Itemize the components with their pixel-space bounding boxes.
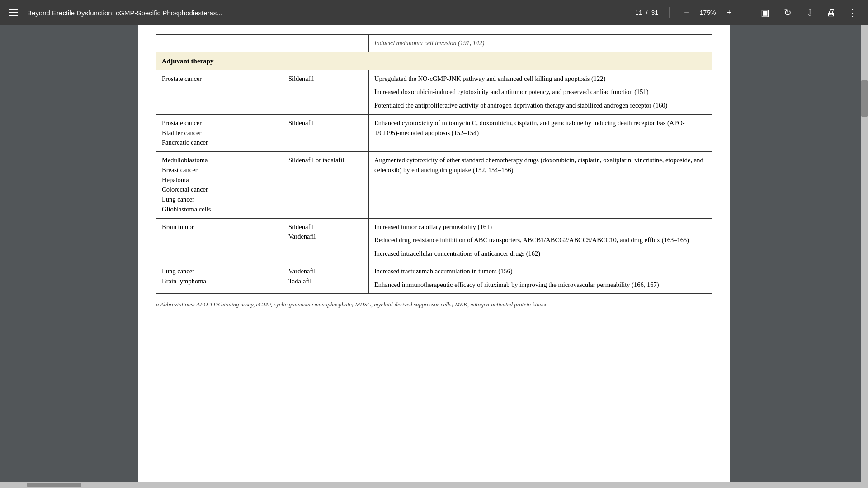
top-partial-drug (283, 35, 369, 52)
cancer-name: Prostate cancer (162, 118, 277, 128)
pdf-page[interactable]: Induced melanoma cell invasion (191, 142… (138, 25, 730, 482)
drug-cell-3: Sildenafil or tadalafil (283, 152, 369, 219)
vertical-scrollbar[interactable] (861, 25, 868, 482)
divider-2 (746, 7, 746, 18)
drug-name: Tadalafil (288, 277, 363, 286)
effect-text: Increased intracellular concentrations o… (374, 249, 706, 259)
cancer-name: Brain tumor (162, 223, 193, 230)
download-button[interactable]: ⇩ (802, 5, 817, 20)
page-navigation: 11 / 31 (635, 9, 658, 16)
drug-name: Sildenafil (288, 222, 363, 232)
effect-cell-5: Increased trastuzumab accumulation in tu… (369, 263, 712, 294)
drug-name: Vardenafil (288, 232, 363, 242)
section-header-cell: Adjuvant therapy (156, 52, 712, 70)
zoom-level-display: 175% (700, 9, 716, 16)
zoom-in-button[interactable]: + (723, 6, 735, 19)
fit-page-button[interactable]: ▣ (757, 5, 773, 20)
cancer-name: Colorectal cancer (162, 185, 277, 195)
print-button[interactable]: 🖨 (823, 6, 839, 20)
drug-cell-5: Vardenafil Tadalafil (283, 263, 369, 294)
table-row: Medulloblastoma Breast cancer Hepatoma C… (156, 152, 712, 219)
drug-cell-4: Sildenafil Vardenafil (283, 218, 369, 263)
effect-cell-1: Upregulated the NO-cGMP-JNK pathway and … (369, 70, 712, 114)
top-partial-cancer (156, 35, 283, 52)
cancer-cell-2: Prostate cancer Bladder cancer Pancreati… (156, 114, 283, 151)
effect-text: Enhanced cytotoxicity of mitomycin C, do… (374, 118, 706, 138)
viewer-area: Induced melanoma cell invasion (191, 142… (0, 25, 868, 482)
footnote-partial: a Abbreviations: APO-1TB binding assay, … (156, 301, 712, 314)
scrollbar-thumb[interactable] (861, 80, 868, 117)
effect-text: Increased tumor capillary permeability (… (374, 222, 706, 232)
table-row: Prostate cancer Sildenafil Upregulated t… (156, 70, 712, 114)
effect-text: Enhanced immunotherapeutic efficacy of r… (374, 280, 706, 290)
adjuvant-therapy-table: Adjuvant therapy Prostate cancer Sildena… (156, 52, 712, 294)
horizontal-scrollbar[interactable] (0, 482, 868, 488)
effect-text: Increased trastuzumab accumulation in tu… (374, 267, 706, 277)
table-row: Brain tumor Sildenafil Vardenafil Increa… (156, 218, 712, 263)
top-partial-effect: Induced melanoma cell invasion (191, 142… (369, 35, 712, 52)
effect-text: Augmented cytotoxicity of other standard… (374, 155, 706, 175)
menu-icon[interactable] (7, 8, 20, 18)
drug-name: Vardenafil (288, 267, 363, 277)
cancer-name: Lung cancer (162, 267, 277, 277)
effect-text: Potentiated the antiproliferative activi… (374, 101, 706, 111)
cancer-name: Breast cancer (162, 165, 277, 175)
section-header-row: Adjuvant therapy (156, 52, 712, 70)
top-partial-row: Induced melanoma cell invasion (191, 142… (156, 35, 712, 52)
page-total: 31 (651, 9, 659, 16)
effect-text: Reduced drug resistance inhibition of AB… (374, 235, 706, 245)
cancer-name: Lung cancer (162, 195, 277, 205)
more-options-button[interactable]: ⋮ (844, 5, 861, 20)
document-title: Beyond Erectile Dysfunction: cGMP-Specif… (27, 9, 628, 17)
table-row: Prostate cancer Bladder cancer Pancreati… (156, 114, 712, 151)
page-current: 11 (635, 9, 642, 16)
cancer-name: Brain lymphoma (162, 277, 277, 286)
effect-cell-4: Increased tumor capillary permeability (… (369, 218, 712, 263)
cancer-name: Medulloblastoma (162, 155, 277, 165)
drug-cell-2: Sildenafil (283, 114, 369, 151)
effect-text: Upregulated the NO-cGMP-JNK pathway and … (374, 74, 706, 84)
cancer-cell-5: Lung cancer Brain lymphoma (156, 263, 283, 294)
drug-name: Sildenafil (288, 75, 314, 82)
cancer-name: Glioblastoma cells (162, 205, 277, 215)
effect-text: Increased doxorubicin-induced cytotoxici… (374, 87, 706, 97)
page-separator: / (646, 9, 648, 16)
effect-cell-3: Augmented cytotoxicity of other standard… (369, 152, 712, 219)
cancer-name: Bladder cancer (162, 128, 277, 138)
rotate-button[interactable]: ↻ (780, 5, 795, 20)
effect-cell-2: Enhanced cytotoxicity of mitomycin C, do… (369, 114, 712, 151)
drug-cell-1: Sildenafil (283, 70, 369, 114)
zoom-out-button[interactable]: − (680, 6, 693, 19)
drug-name: Sildenafil (288, 119, 314, 127)
cancer-name: Hepatoma (162, 175, 277, 185)
cancer-cell-4: Brain tumor (156, 218, 283, 263)
cancer-cell-1: Prostate cancer (156, 70, 283, 114)
cancer-name: Pancreatic cancer (162, 138, 277, 148)
cancer-name: Prostate cancer (162, 75, 202, 82)
drug-name: Sildenafil or tadalafil (288, 156, 344, 164)
horizontal-scrollbar-thumb[interactable] (27, 483, 81, 487)
zoom-value: 175% (700, 9, 716, 16)
toolbar: Beyond Erectile Dysfunction: cGMP-Specif… (0, 0, 868, 25)
table-row: Lung cancer Brain lymphoma Vardenafil Ta… (156, 263, 712, 294)
cancer-cell-3: Medulloblastoma Breast cancer Hepatoma C… (156, 152, 283, 219)
toolbar-right: ⇩ 🖨 ⋮ (802, 5, 861, 20)
divider-1 (669, 7, 670, 18)
